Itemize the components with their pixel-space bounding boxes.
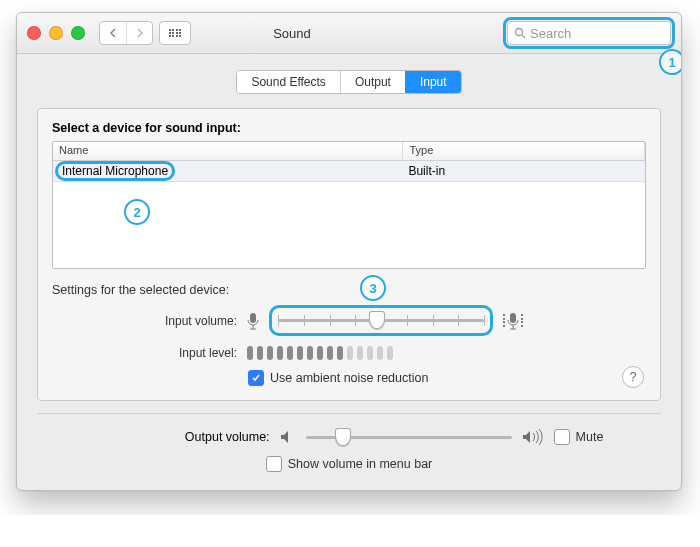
show-in-menubar-checkbox[interactable]: Show volume in menu bar [266, 456, 433, 472]
search-placeholder: Search [530, 26, 571, 41]
column-name[interactable]: Name [53, 142, 403, 160]
tab-output[interactable]: Output [340, 71, 405, 93]
tab-sound-effects[interactable]: Sound Effects [237, 71, 340, 93]
device-type: Built-in [402, 164, 645, 178]
svg-rect-5 [510, 313, 516, 323]
input-volume-slider-highlight [269, 305, 493, 336]
column-type[interactable]: Type [403, 142, 645, 160]
input-volume-slider[interactable] [278, 311, 484, 329]
input-level-meter [247, 346, 393, 360]
divider [37, 413, 661, 414]
svg-point-0 [516, 29, 523, 36]
table-row[interactable]: Internal Microphone Built-in [53, 161, 645, 182]
sound-prefs-window: Sound Search 1 Sound Effects Output Inpu… [16, 12, 682, 491]
input-volume-label: Input volume: [52, 314, 237, 328]
window-title: Sound [77, 26, 507, 41]
minimize-button[interactable] [49, 26, 63, 40]
checkbox-unchecked-icon [554, 429, 570, 445]
device-name: Internal Microphone [55, 161, 175, 181]
speaker-low-icon [280, 430, 296, 444]
output-volume-label: Output volume: [95, 430, 270, 444]
tab-input[interactable]: Input [405, 71, 461, 93]
svg-line-1 [522, 35, 525, 38]
svg-rect-2 [250, 313, 256, 323]
input-panel: Select a device for sound input: Name Ty… [37, 108, 661, 401]
speaker-high-icon [522, 429, 544, 445]
titlebar: Sound Search 1 [17, 13, 681, 54]
tab-bar: Sound Effects Output Input [37, 70, 661, 94]
output-volume-slider[interactable] [306, 428, 512, 446]
settings-for-device-label: Settings for the selected device: [52, 283, 646, 297]
device-table: Name Type Internal Microphone Built-in [52, 141, 646, 269]
help-button[interactable]: ? [622, 366, 644, 388]
mute-label: Mute [576, 430, 604, 444]
show-in-menubar-label: Show volume in menu bar [288, 457, 433, 471]
table-empty-area [53, 182, 645, 268]
search-icon [514, 27, 526, 39]
mic-high-icon [503, 312, 523, 330]
ambient-noise-checkbox[interactable]: Use ambient noise reduction [248, 370, 428, 386]
mic-low-icon [247, 312, 259, 330]
checkbox-unchecked-icon [266, 456, 282, 472]
close-button[interactable] [27, 26, 41, 40]
search-input[interactable]: Search [507, 21, 671, 45]
select-device-label: Select a device for sound input: [52, 121, 646, 135]
ambient-noise-label: Use ambient noise reduction [270, 371, 428, 385]
checkbox-checked-icon [248, 370, 264, 386]
input-level-label: Input level: [52, 346, 237, 360]
mute-checkbox[interactable]: Mute [554, 429, 604, 445]
